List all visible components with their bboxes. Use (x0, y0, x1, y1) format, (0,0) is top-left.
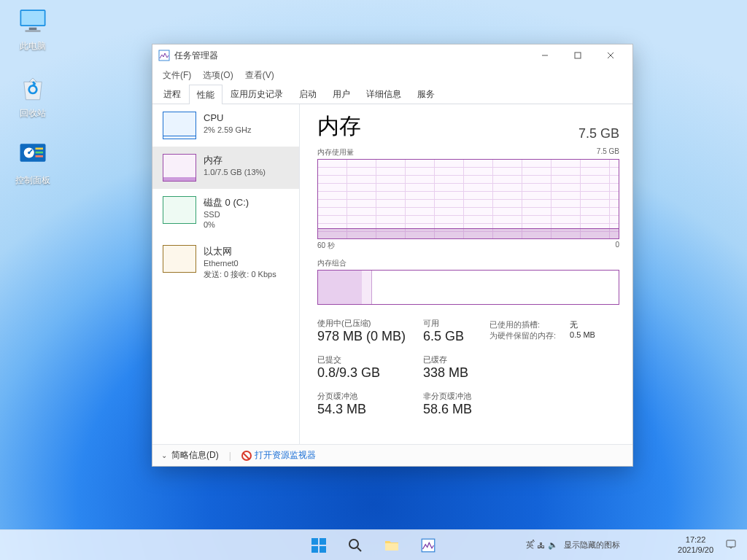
desktop-icon-this-pc[interactable]: 此电脑 (6, 6, 60, 52)
slots-used-label: 已使用的插槽: (489, 319, 562, 330)
usage-graph-label: 内存使用量 (317, 147, 354, 158)
task-manager-taskbar-button[interactable] (414, 531, 443, 560)
perf-title: 以太网 (204, 245, 276, 258)
clock[interactable]: 17:22 2021/9/20 (672, 535, 719, 554)
perf-item-memory[interactable]: 内存 1.0/7.5 GB (13%) (152, 147, 299, 189)
notifications-button[interactable] (719, 538, 743, 552)
perf-sub2: 0% (204, 219, 249, 230)
perf-detail: 1.0/7.5 GB (13%) (204, 167, 266, 178)
svg-rect-15 (311, 538, 318, 545)
tab-processes[interactable]: 进程 (155, 84, 189, 104)
perf-item-cpu[interactable]: CPU 2% 2.59 GHz (152, 104, 299, 147)
stat-in-use-label: 使用中(已压缩) (317, 318, 406, 329)
folder-icon (384, 537, 400, 553)
desktop-icon-recycle-bin[interactable]: 回收站 (6, 73, 60, 120)
control-panel-icon (18, 140, 48, 171)
chevron-down-icon: ⌄ (161, 451, 167, 459)
svg-point-19 (349, 540, 358, 548)
menu-options[interactable]: 选项(O) (197, 67, 239, 84)
desktop-icon-label: 回收站 (6, 107, 60, 120)
clock-time: 17:22 (678, 535, 713, 545)
perf-item-disk[interactable]: 磁盘 0 (C:) SSD 0% (152, 189, 299, 238)
tab-performance[interactable]: 性能 (189, 85, 222, 104)
svg-rect-9 (36, 155, 44, 158)
open-resource-monitor-link[interactable]: 打开资源监视器 (241, 449, 316, 462)
menu-view[interactable]: 查看(V) (239, 67, 280, 84)
usage-graph-cap: 7.5 GB (597, 147, 619, 158)
network-icon[interactable]: 🖧 (537, 541, 545, 550)
ime-icon[interactable]: 英 (526, 540, 534, 551)
svg-rect-8 (36, 152, 44, 154)
performance-sidebar: CPU 2% 2.59 GHz 内存 1.0/7.5 GB (13%) 磁盘 0… (152, 104, 300, 444)
tab-users[interactable]: 用户 (325, 84, 358, 104)
cpu-mini-graph (163, 112, 196, 139)
tab-bar: 进程 性能 应用历史记录 启动 用户 详细信息 服务 (152, 84, 632, 104)
desktop-icon-control-panel[interactable]: 控制面板 (6, 140, 60, 187)
disk-mini-graph (163, 196, 196, 224)
minimize-button[interactable] (528, 44, 561, 66)
perf-title: CPU (204, 112, 251, 125)
start-button[interactable] (304, 531, 333, 560)
memory-mini-graph (163, 154, 196, 182)
file-explorer-button[interactable] (377, 531, 406, 560)
stat-available-label: 可用 (423, 318, 472, 329)
ethernet-mini-graph (163, 245, 196, 273)
hw-reserved-value: 0.5 MB (570, 330, 608, 341)
resource-monitor-icon (241, 451, 252, 461)
stat-nonpaged-label: 非分页缓冲池 (423, 391, 472, 402)
close-button[interactable] (594, 44, 627, 66)
stat-paged-value: 54.3 MB (317, 402, 406, 417)
composition-label: 内存组合 (317, 258, 619, 268)
perf-item-ethernet[interactable]: 以太网 Ethernet0 发送: 0 接收: 0 Kbps (152, 238, 299, 287)
titlebar[interactable]: 任务管理器 (152, 44, 632, 66)
task-manager-window: 任务管理器 文件(F) 选项(O) 查看(V) 进程 性能 应用历史记录 启动 … (152, 44, 633, 467)
svg-point-6 (28, 152, 31, 155)
svg-rect-12 (575, 52, 581, 58)
stat-committed-label: 已提交 (317, 354, 406, 365)
task-manager-footer: ⌄ 简略信息(D) | 打开资源监视器 (152, 444, 632, 466)
pc-icon (18, 6, 48, 36)
volume-icon[interactable]: 🔈 (548, 540, 558, 550)
svg-rect-7 (36, 148, 44, 150)
svg-rect-1 (21, 11, 44, 25)
maximize-button[interactable] (561, 44, 594, 66)
detail-title: 内存 (317, 112, 361, 141)
menu-bar: 文件(F) 选项(O) 查看(V) (152, 66, 632, 84)
search-button[interactable] (341, 531, 370, 560)
svg-rect-16 (320, 538, 326, 545)
slots-used-value: 无 (570, 319, 608, 330)
stat-cached-value: 338 MB (423, 365, 472, 381)
systray-hint: 英 🖧 🔈 显示隐藏的图标 (526, 530, 620, 560)
menu-file[interactable]: 文件(F) (157, 67, 197, 84)
tab-app-history[interactable]: 应用历史记录 (222, 84, 291, 104)
svg-rect-2 (29, 28, 37, 31)
hw-reserved-label: 为硬件保留的内存: (489, 330, 562, 341)
start-icon (311, 537, 327, 553)
svg-line-20 (357, 548, 361, 551)
perf-sub1: SSD (204, 209, 249, 220)
memory-detail-pane: 内存 7.5 GB 内存使用量 7.5 GB 60 秒 0 内存组合 (300, 104, 632, 444)
svg-rect-17 (311, 546, 318, 553)
window-title: 任务管理器 (174, 50, 218, 62)
desktop: 此电脑 回收站 控制面板 任务管理器 文件(F) 选项(O) 查看(V) 进程 (0, 0, 747, 560)
total-capacity: 7.5 GB (578, 126, 619, 141)
perf-sub2: 发送: 0 接收: 0 Kbps (204, 269, 276, 280)
tab-details[interactable]: 详细信息 (358, 84, 409, 104)
notification-icon (725, 538, 737, 550)
fewer-details-button[interactable]: ⌄ 简略信息(D) (161, 449, 219, 462)
desktop-icon-label: 控制面板 (6, 174, 60, 187)
tab-services[interactable]: 服务 (409, 84, 443, 104)
clock-date: 2021/9/20 (678, 545, 713, 555)
stat-available-value: 6.5 GB (423, 329, 472, 344)
svg-rect-3 (26, 30, 41, 32)
task-manager-icon (421, 538, 436, 553)
stat-cached-label: 已缓存 (423, 354, 472, 365)
tab-startup[interactable]: 启动 (291, 84, 325, 104)
perf-title: 磁盘 0 (C:) (204, 196, 249, 209)
desktop-icon-label: 此电脑 (6, 40, 60, 52)
search-icon (348, 538, 363, 553)
memory-composition-graph (317, 270, 619, 305)
tray-hint-text: 显示隐藏的图标 (564, 540, 620, 551)
recycle-icon (18, 73, 48, 104)
memory-usage-graph (317, 159, 619, 239)
